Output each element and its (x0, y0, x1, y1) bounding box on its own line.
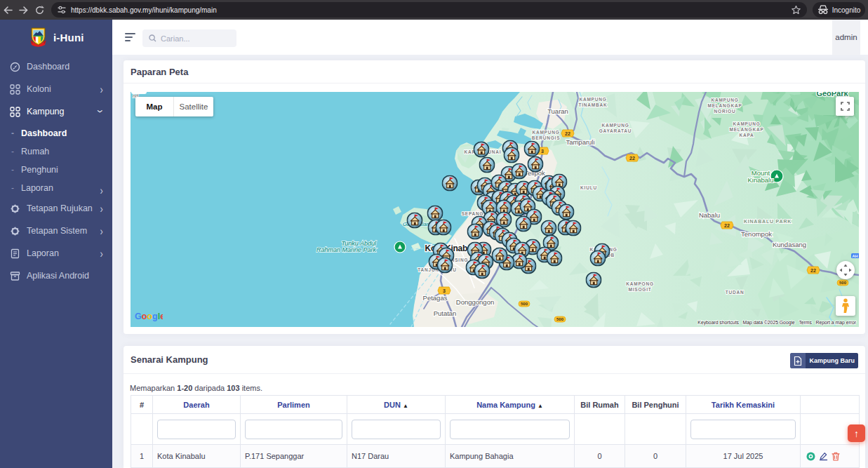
svg-text:KAPA: KAPA (739, 133, 754, 138)
svg-text:Putatan: Putatan (434, 309, 457, 317)
svg-text:KAMPUNG: KAMPUNG (601, 123, 629, 128)
svg-text:Tamparuli: Tamparuli (566, 138, 594, 146)
svg-text:TUDAN: TUDAN (726, 290, 745, 295)
svg-text:Rahman Marine Park: Rahman Marine Park (316, 246, 377, 253)
svg-text:GAYARATAU: GAYARATAU (599, 128, 632, 133)
svg-text:Donggongon: Donggongon (456, 298, 494, 306)
svg-text:Nabalu: Nabalu (699, 211, 720, 219)
svg-text:3: 3 (443, 288, 446, 293)
svg-text:NORIOU: NORIOU (714, 109, 736, 114)
svg-text:KAMPUNG: KAMPUNG (532, 130, 559, 135)
svg-text:BERUNGIS: BERUNGIS (532, 135, 561, 140)
svg-text:MELANGKAP: MELANGKAP (729, 127, 763, 132)
svg-text:KINABALU PARK: KINABALU PARK (744, 219, 792, 224)
svg-text:KAMPUNG: KAMPUNG (711, 98, 738, 102)
svg-text:MISOGIT: MISOGIT (628, 287, 651, 292)
svg-text:KAMPONG: KAMPONG (626, 281, 654, 286)
svg-text:KAMPUNG: KAMPUNG (579, 97, 606, 102)
svg-text:22: 22 (724, 223, 730, 228)
svg-text:22: 22 (565, 131, 570, 136)
svg-text:Kundasang: Kundasang (773, 241, 806, 248)
svg-text:Keyboard shortcuts Map data: Keyboard shortcuts Map data ©2025 Google… (697, 320, 856, 326)
svg-text:500: 500 (556, 317, 564, 321)
svg-text:Kinabalu: Kinabalu (748, 176, 774, 184)
svg-text:AH: AH (853, 254, 858, 258)
svg-text:500: 500 (521, 302, 528, 306)
svg-text:22: 22 (629, 156, 635, 161)
svg-text:Google: Google (135, 312, 163, 321)
svg-text:22: 22 (810, 268, 816, 273)
svg-text:MELANGKAP: MELANGKAP (707, 103, 742, 108)
svg-text:Petagas: Petagas (423, 294, 448, 302)
svg-text:Tuaran: Tuaran (547, 107, 568, 115)
svg-text:500: 500 (839, 281, 847, 285)
svg-text:Tenompok: Tenompok (741, 230, 772, 238)
svg-text:3: 3 (541, 149, 544, 154)
svg-text:KAMPUNG: KAMPUNG (733, 121, 760, 126)
svg-text:TINAMBAK: TINAMBAK (578, 102, 607, 107)
svg-text:KIULU: KIULU (580, 185, 597, 190)
